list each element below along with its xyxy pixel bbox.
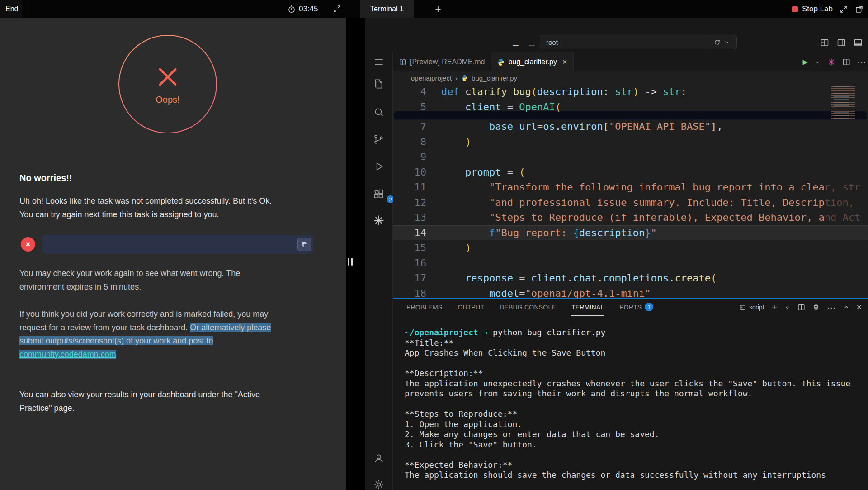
code-text [426,149,441,165]
kill-terminal-trash-icon[interactable] [812,304,820,311]
explorer-icon[interactable] [373,78,385,90]
breadcrumb-file[interactable]: bug_clarifier.py [472,74,517,82]
maximize-panel-chevron-icon[interactable] [843,304,849,310]
terminal-line: 2. Make any changes or enter data that c… [405,429,868,440]
line-number: 9 [393,149,426,165]
review-line-2: request for a review from your task dash… [19,323,190,332]
code-line-16[interactable]: 16 [393,256,868,271]
breadcrumb[interactable]: openaiproject › bug_clarifier.py [393,71,868,84]
stop-lab-button[interactable]: Stop Lab [792,5,833,14]
terminal-dropdown-chevron-icon[interactable] [784,304,790,310]
community-link[interactable]: community.codedamn.com [19,350,116,359]
intro-paragraph: Uh oh! Looks like the task was not compl… [19,195,272,221]
dashboard-line-2: Practice" page. [19,404,74,413]
sparkle-extension-icon[interactable] [373,214,385,226]
layout-controls [820,38,863,47]
panel-tab-output[interactable]: OUTPUT [458,299,484,316]
split-layout-icon[interactable] [837,38,846,47]
command-center[interactable]: root [540,35,737,49]
panel-tab-label: OUTPUT [458,304,484,311]
failed-x-icon [155,64,181,90]
bottom-panel: PROBLEMSOUTPUTDEBUG CONSOLETERMINALPORTS… [393,298,868,490]
breadcrumb-chevron: › [455,74,458,82]
command-center-actions[interactable] [707,35,736,49]
line-number: 15 [393,240,426,256]
panel-tab-terminal[interactable]: TERMINAL [571,299,604,316]
code-text: client = OpenAI( [426,100,561,115]
code-editor[interactable]: 4def clarify_bug(description: str) -> st… [393,84,868,298]
split-terminal-icon[interactable] [797,304,805,311]
run-python-button[interactable]: ▶ [802,58,808,66]
search-icon[interactable] [373,106,385,118]
terminal-line [405,399,868,409]
more-actions-icon[interactable]: ··· [857,57,866,67]
oops-circle-inner: Oops! [119,36,216,133]
selected-text-1: Or alternatively please [190,323,271,332]
split-editor-icon[interactable] [842,58,850,66]
close-tab-icon[interactable]: × [562,57,567,67]
code-line-13[interactable]: 13 "Steps to Reproduce (if inferable), E… [393,210,868,225]
close-panel-icon[interactable]: × [857,303,862,312]
run-options-chevron-icon[interactable] [815,59,821,65]
task-result-panel: Oops! No worries!! Uh oh! Looks like the… [0,18,346,490]
code-line-9[interactable]: 9 [393,149,868,165]
splitter-drag-handle[interactable] [348,258,353,266]
editor-group: [Preview] README.md bug_clarifier.py × ▶… [393,52,868,490]
panel-tab-ports[interactable]: PORTS1 [619,299,653,316]
run-debug-icon[interactable] [373,161,385,172]
tab-readme-preview[interactable]: [Preview] README.md [393,52,491,71]
code-line-11[interactable]: 11 "Transform the following informal bug… [393,180,868,195]
code-line-8[interactable]: 8 ) [393,134,868,150]
expand-left-panel-icon[interactable] [333,5,341,13]
panel-tab-debug-console[interactable]: DEBUG CONSOLE [500,299,556,316]
selected-text-2: submit outputs/screenshot(s) of your wor… [19,336,213,345]
oops-circle: Oops! [118,35,217,133]
error-x-badge: × [21,237,35,252]
new-terminal-icon[interactable]: + [771,303,777,312]
dashboard-line-1: You can also view your results in your d… [19,390,260,399]
panel-splitter[interactable] [346,18,365,490]
extensions-icon[interactable]: 2 [373,188,385,200]
terminal-line: App Crashes When Clicking the Save Butto… [405,348,868,358]
account-icon[interactable] [373,452,385,464]
code-text: "and professional issue summary. Include… [426,195,854,210]
code-line-18[interactable]: 18 model="openai/gpt-4.1-mini" [393,286,868,298]
terminal-profile-button[interactable]: script [739,304,764,311]
terminal-profile-icon [739,304,746,311]
line-number: 14 [393,225,426,241]
code-line-14[interactable]: 14 f"Bug report: {description}" [393,225,868,241]
terminal-line: 1. Open the application. [405,419,868,430]
new-terminal-tab-button[interactable]: + [430,0,446,18]
toggle-panel-icon[interactable] [854,38,863,47]
panel-tab-problems[interactable]: PROBLEMS [406,299,442,316]
code-line-4[interactable]: 4def clarify_bug(description: str) -> st… [393,84,868,100]
source-control-icon[interactable] [373,133,385,145]
open-in-new-window-icon[interactable] [855,5,863,14]
editor-actions: ▶ ··· [802,52,866,71]
sparkle-action-icon[interactable] [827,58,835,66]
code-line-7[interactable]: 7 base_url=os.environ["OPENAI_API_BASE"]… [393,119,868,134]
copy-error-button[interactable] [297,238,311,251]
timer-value: 03:45 [299,5,318,14]
tab-readme-label: [Preview] README.md [410,58,485,66]
code-line-12[interactable]: 12 "and professional issue summary. Incl… [393,195,868,210]
expand-workspace-icon[interactable] [840,5,848,14]
menu-icon[interactable] [373,56,385,68]
terminal-output[interactable]: ~/openaiproject → python bug_clarifier.p… [393,317,868,490]
settings-gear-icon[interactable] [373,479,385,490]
end-tab[interactable]: End [0,0,22,18]
breadcrumb-folder[interactable]: openaiproject [411,74,452,82]
nav-back-button[interactable]: ← [511,39,520,48]
code-line-10[interactable]: 10 prompt = ( [393,165,868,180]
customize-layout-icon[interactable] [820,38,829,47]
line-number: 5 [393,100,426,115]
minimap[interactable] [828,86,867,119]
nav-forward-button[interactable]: → [527,39,537,48]
panel-more-actions-icon[interactable]: ··· [827,303,836,312]
code-line-17[interactable]: 17 response = client.chat.completions.cr… [393,271,868,286]
terminal-1-tab[interactable]: Terminal 1 [360,0,414,18]
code-text: "Transform the following informal bug re… [426,180,860,195]
terminal-line: The application should save the changes … [405,470,868,480]
code-line-15[interactable]: 15 ) [393,240,868,256]
tab-bug-clarifier[interactable]: bug_clarifier.py × [491,52,573,71]
